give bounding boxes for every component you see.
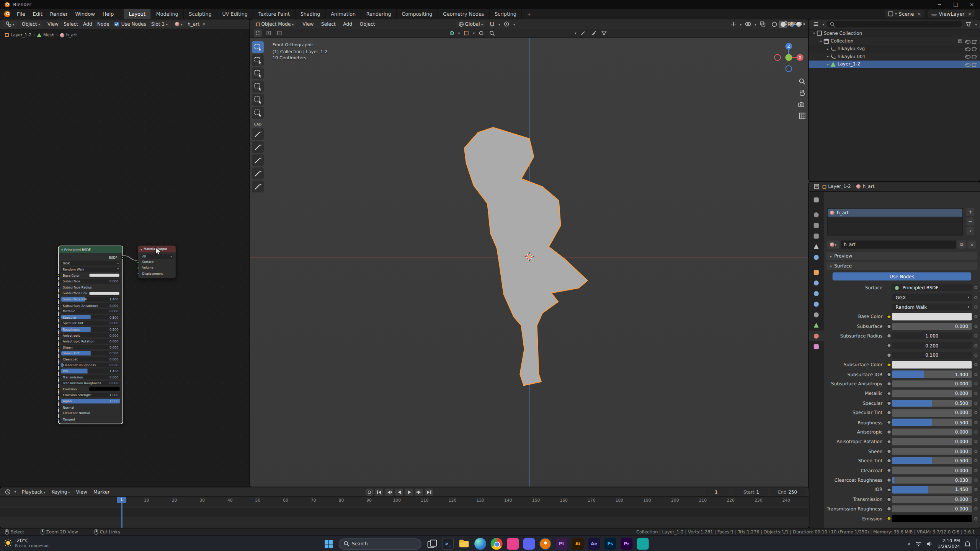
cad-tool-button[interactable] (252, 128, 264, 140)
input-socket[interactable] (57, 298, 60, 301)
item-name[interactable]: hikayku.001 (838, 54, 866, 59)
node-widget[interactable]: Metallic 0.000 (61, 309, 120, 313)
node-widget[interactable]: Displacement (140, 271, 173, 276)
input-socket[interactable] (57, 304, 60, 306)
input-socket[interactable] (57, 388, 60, 391)
taskbar-app-icon[interactable] (474, 538, 486, 550)
property-widget[interactable]: 1.450 (892, 486, 972, 493)
menu-item[interactable]: Edit (29, 11, 46, 17)
input-socket[interactable] (57, 382, 60, 385)
snap-settings-dropdown[interactable]: ▾ (498, 22, 500, 26)
hide-viewport-toggle[interactable] (964, 46, 971, 52)
decorator-dot[interactable] (974, 488, 977, 491)
property-widget[interactable]: 0.000 (892, 390, 972, 397)
taskbar-app-icon[interactable] (637, 538, 649, 550)
filter-dropdown[interactable]: ▾ (975, 22, 977, 26)
remove-view-layer-icon[interactable]: × (968, 11, 972, 17)
browse-material-button[interactable]: ▾ (827, 241, 840, 249)
item-name[interactable]: Collection (831, 38, 854, 44)
decorator-dot[interactable] (974, 450, 977, 453)
menu-item[interactable]: View (73, 489, 90, 495)
editor-type-dropdown[interactable]: ▾ (15, 490, 16, 494)
overlays-dropdown[interactable]: ▾ (755, 22, 756, 26)
taskbar-app-icon[interactable]: Ai (572, 538, 584, 550)
use-nodes-checkbox[interactable] (114, 22, 119, 26)
property-widget[interactable]: 0.000 (892, 409, 972, 416)
input-socket[interactable] (137, 261, 140, 264)
color-swatch[interactable] (89, 387, 120, 391)
frame-start-field[interactable]: Start 1 (735, 489, 768, 496)
play-button[interactable] (405, 488, 413, 496)
item-name[interactable]: Layer_1-2 (838, 61, 860, 67)
playhead-frame-badge[interactable]: 1 (117, 497, 126, 503)
material-property-row[interactable]: 0.200 (824, 341, 980, 350)
disable-render-toggle[interactable] (971, 53, 978, 59)
taskbar-app-icon[interactable]: >_ (442, 538, 454, 550)
add-workspace-button[interactable]: + (522, 11, 536, 17)
menu-item[interactable]: Render (46, 11, 72, 17)
node-param-row[interactable]: Tangent (59, 416, 122, 422)
cad-tool-button[interactable] (252, 168, 264, 179)
node-param-row[interactable]: Clearcoat Roughness 0.030 (59, 362, 122, 368)
menu-item[interactable]: Playback (19, 489, 49, 495)
view-layer-name[interactable]: ViewLayer (939, 11, 964, 17)
node-param-row[interactable]: Emission Strength 1.000 (59, 392, 122, 398)
proportional-falloff-dropdown[interactable]: ▾ (513, 22, 515, 26)
editor-type-button[interactable]: ▾ (3, 21, 17, 28)
node-widget[interactable]: Normal (61, 405, 120, 409)
decorator-dot[interactable] (974, 334, 977, 337)
property-widget[interactable]: 0.100 (892, 352, 972, 359)
material-property-row[interactable]: Subsurface Radius 1.000 (824, 331, 980, 341)
property-widget[interactable]: 0.200 (892, 342, 972, 349)
color-swatch[interactable] (892, 313, 972, 320)
decorator-dot[interactable] (974, 286, 977, 289)
property-widget[interactable]: 0.500 (892, 399, 972, 407)
decorator-dot[interactable] (974, 469, 977, 472)
input-socket[interactable] (57, 286, 60, 289)
jump-to-start-button[interactable] (375, 488, 383, 496)
material-property-row[interactable]: Specular Tint 0.000 (824, 408, 980, 417)
tool-button[interactable] (252, 94, 264, 106)
material-property-row[interactable]: Roughness 0.500 (824, 417, 980, 427)
decorator-dot[interactable] (974, 402, 977, 405)
menu-item[interactable]: View (45, 21, 61, 27)
disclosure-triangle[interactable] (825, 62, 831, 66)
node-widget[interactable]: Clearcoat Normal (61, 411, 120, 416)
frame-end-field[interactable]: End 250 (770, 489, 805, 496)
disclosure-triangle[interactable] (825, 47, 831, 51)
input-socket[interactable] (57, 418, 60, 421)
node-widget[interactable]: Random Walk (61, 267, 120, 272)
camera-view-icon[interactable] (797, 100, 806, 109)
node-param-row[interactable]: Subsurface 0.000 (59, 278, 122, 284)
tool-button[interactable] (252, 67, 264, 79)
annotations-visibility-button[interactable] (579, 29, 587, 37)
node-param-row[interactable]: BSDF (59, 254, 122, 260)
input-socket[interactable] (57, 340, 60, 342)
workspace-tab[interactable]: Sculpting (184, 8, 217, 19)
taskbar-search[interactable]: Search (339, 538, 421, 549)
workspace-tab[interactable]: Modeling (151, 8, 184, 19)
editor-type-button[interactable] (812, 183, 820, 191)
outliner-row[interactable]: hikayku.001 (809, 52, 980, 60)
workspace-tab[interactable]: Scripting (490, 8, 522, 19)
menu-item[interactable]: Select (61, 21, 81, 27)
add-slot-button[interactable]: + (966, 208, 974, 216)
tool-button[interactable] (252, 41, 264, 53)
material-property-row[interactable]: IOR 1.450 (824, 485, 980, 494)
decorator-dot[interactable] (974, 344, 977, 347)
input-socket[interactable] (57, 400, 60, 403)
node-param-row[interactable]: Volume (138, 265, 176, 271)
color-swatch[interactable] (89, 291, 120, 295)
weather-widget[interactable]: -20°C В осн. солнечно (4, 538, 49, 548)
menu-item[interactable]: File (13, 11, 29, 17)
node-param-row[interactable]: Surface (138, 259, 176, 265)
material-property-row[interactable]: Emission (824, 514, 980, 523)
input-socket[interactable] (57, 406, 60, 409)
editor-type-button[interactable] (4, 488, 12, 496)
view-layer-selector[interactable]: ViewLayer × (928, 10, 975, 18)
property-widget[interactable]: 0.000 (892, 438, 972, 445)
decorator-dot[interactable] (974, 363, 977, 366)
node-param-row[interactable]: Roughness 0.500 (59, 326, 122, 332)
exclude-checkbox[interactable] (957, 38, 964, 44)
disable-render-toggle[interactable] (971, 38, 978, 44)
